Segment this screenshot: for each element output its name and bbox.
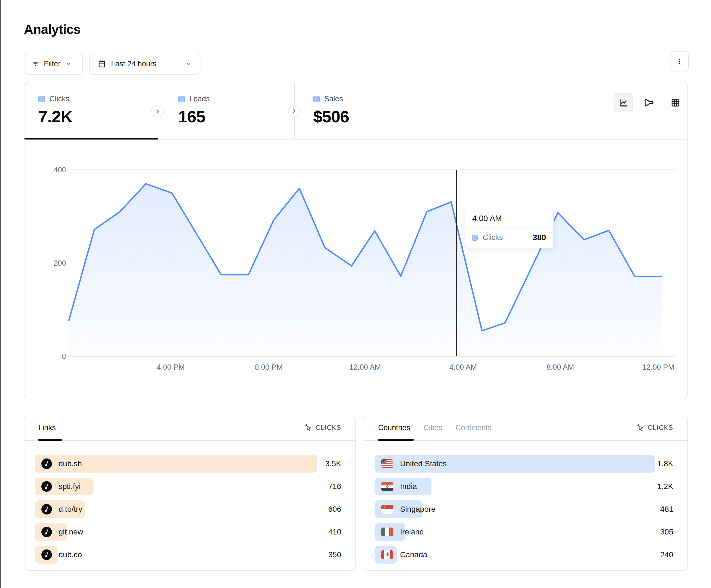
link-label: d.to/try: [59, 505, 83, 514]
countries-panel: Countries Cities Continents CLICKS Unite…: [364, 415, 688, 571]
country-list-item[interactable]: India1.2K: [364, 478, 687, 495]
grid-view-button[interactable]: [666, 93, 685, 112]
chart-tooltip: 4:00 AM Clicks 380: [464, 208, 554, 248]
stat-card-leads[interactable]: Leads 165: [158, 82, 294, 139]
expand-leads-chevron-button[interactable]: [288, 105, 301, 118]
dub-logo-icon: [41, 549, 52, 560]
x-axis-tick: 8:00 AM: [533, 363, 588, 372]
clicks-value: 481: [660, 500, 673, 518]
country-list-item[interactable]: Ireland305: [364, 523, 687, 541]
page-title: Analytics: [24, 22, 81, 37]
y-axis-tick: 400: [38, 165, 66, 174]
clicks-value: 1.2K: [657, 478, 673, 495]
cursor-click-icon: [637, 424, 644, 432]
country-label: United States: [400, 459, 447, 468]
clicks-value: 716: [328, 478, 341, 495]
tooltip-value: 380: [533, 233, 546, 242]
link-list-item[interactable]: spti.fyi716: [24, 478, 355, 495]
country-label: Ireland: [400, 527, 424, 537]
active-stat-underline: [24, 138, 158, 139]
dub-logo-icon: [41, 481, 52, 492]
clicks-series-swatch: [38, 96, 45, 103]
leads-series-swatch: [178, 96, 185, 103]
clicks-value: 240: [660, 546, 673, 564]
x-axis-tick: 8:00 PM: [241, 363, 297, 372]
link-list-item[interactable]: git.new410: [24, 523, 355, 541]
dub-logo-icon: [41, 527, 52, 537]
left-edge-strip: [0, 0, 1, 588]
funnel-icon: [644, 98, 654, 108]
cursor-click-icon: [305, 424, 312, 432]
x-axis-tick: 4:00 AM: [435, 363, 491, 372]
filter-icon: [31, 60, 39, 68]
tooltip-series-label: Clicks: [483, 233, 528, 242]
chevron-down-icon: [186, 61, 192, 67]
more-menu-button[interactable]: [670, 51, 689, 72]
line-chart-view-button[interactable]: [613, 93, 633, 112]
expand-clicks-chevron-button[interactable]: [151, 105, 164, 118]
countries-metric-header[interactable]: CLICKS: [637, 424, 673, 432]
tab-continents[interactable]: Continents: [456, 415, 491, 440]
clicks-value: 410: [328, 523, 341, 541]
analytics-page: Analytics Filter Last 24 hours: [0, 0, 711, 588]
tab-active-underline: [38, 439, 62, 441]
stat-value: $506: [313, 107, 434, 126]
stat-card-clicks[interactable]: Clicks 7.2K: [24, 82, 158, 139]
calendar-icon: [98, 60, 106, 68]
stat-label: Leads: [189, 95, 210, 103]
flag-in-icon: [381, 482, 393, 491]
x-axis-tick: 12:00 AM: [337, 363, 393, 372]
country-label: Singapore: [400, 505, 436, 514]
tab-links[interactable]: Links: [38, 415, 56, 440]
country-list-item[interactable]: Singapore481: [364, 500, 687, 518]
flag-us-icon: [381, 459, 393, 468]
flag-ca-icon: [381, 550, 393, 559]
y-axis-tick: 0: [38, 352, 66, 361]
clicks-area-chart[interactable]: [65, 150, 677, 357]
links-panel: Links CLICKS dub.sh3.5Kspti.fyi716d.to/t…: [24, 415, 356, 571]
country-list-item[interactable]: United States1.8K: [364, 455, 687, 473]
x-axis-tick: 12:00 PM: [630, 363, 686, 372]
link-label: git.new: [59, 527, 83, 537]
funnel-view-button[interactable]: [640, 93, 659, 112]
link-label: dub.sh: [59, 459, 82, 468]
tab-countries[interactable]: Countries: [378, 415, 410, 440]
stat-value: 165: [178, 107, 294, 126]
clicks-value: 606: [328, 500, 341, 518]
flag-sg-icon: [381, 505, 393, 514]
country-list-item[interactable]: Canada240: [364, 546, 687, 564]
clicks-value: 350: [328, 546, 341, 564]
tab-active-underline: [378, 439, 414, 441]
country-label: India: [400, 482, 417, 491]
date-range-label: Last 24 hours: [111, 60, 156, 68]
stat-label: Clicks: [49, 95, 69, 103]
dub-logo-icon: [41, 458, 52, 469]
chevron-down-icon: [65, 61, 72, 67]
link-list-item[interactable]: dub.co350: [24, 546, 355, 564]
kebab-vertical-icon: [675, 58, 683, 65]
tooltip-series-swatch: [472, 235, 478, 241]
link-label: dub.co: [59, 550, 82, 559]
metric-label: CLICKS: [316, 424, 341, 432]
clicks-value: 305: [660, 523, 673, 541]
filter-label: Filter: [44, 60, 61, 68]
chart-view-switcher: [613, 93, 685, 112]
clicks-value: 1.8K: [657, 455, 673, 473]
link-list-item[interactable]: d.to/try606: [24, 500, 355, 518]
tab-cities[interactable]: Cities: [424, 415, 443, 440]
filter-button[interactable]: Filter: [24, 53, 83, 75]
x-axis-tick: 4:00 PM: [143, 363, 198, 372]
links-metric-header[interactable]: CLICKS: [305, 424, 341, 432]
grid-icon: [670, 98, 681, 108]
stat-label: Sales: [324, 95, 343, 103]
stat-value: 7.2K: [38, 107, 158, 126]
link-label: spti.fyi: [59, 482, 81, 491]
metric-label: CLICKS: [648, 424, 673, 432]
analytics-chart-card: Clicks 7.2K Leads 165 Sales $506: [24, 82, 688, 400]
stat-card-sales[interactable]: Sales $506: [295, 82, 434, 139]
date-range-button[interactable]: Last 24 hours: [89, 53, 200, 75]
line-chart-icon: [618, 98, 628, 108]
tooltip-time: 4:00 AM: [465, 208, 553, 228]
link-list-item[interactable]: dub.sh3.5K: [24, 455, 355, 473]
sales-series-swatch: [313, 96, 320, 103]
